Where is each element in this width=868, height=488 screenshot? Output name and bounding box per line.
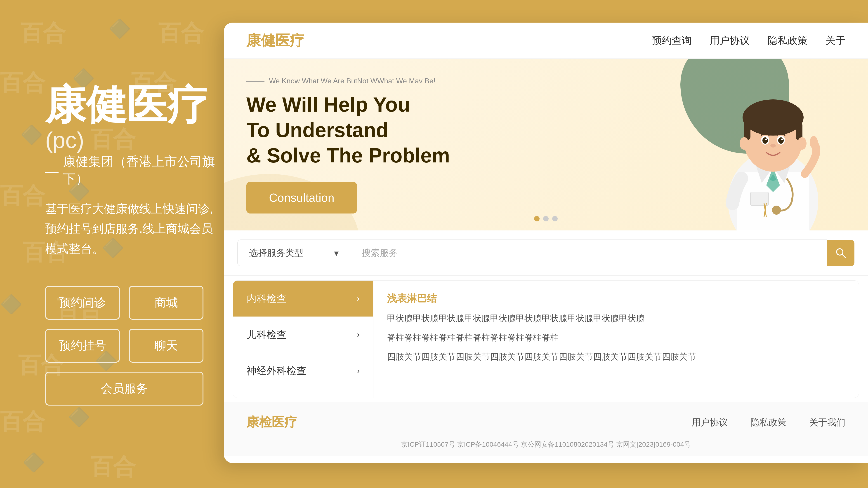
search-button[interactable] — [827, 240, 855, 266]
brand-title: 康健医疗(pc) — [45, 83, 237, 153]
nav-link-appointment[interactable]: 预约查询 — [652, 34, 692, 47]
service-detail-item-1: 甲状腺甲状腺甲状腺甲状腺甲状腺甲状腺甲状腺甲状腺甲状腺甲状腺 — [387, 312, 845, 325]
consultation-button[interactable]: Consultation — [246, 182, 357, 214]
hero-title-line3: & Solve The Problem — [246, 143, 450, 168]
search-section: 选择服务类型 ▾ 搜索服务 — [224, 230, 868, 276]
service-type-placeholder: 选择服务类型 — [249, 247, 303, 259]
appointment-button[interactable]: 预约问诊 — [45, 286, 120, 320]
divider-line — [45, 172, 59, 173]
svg-point-20 — [798, 137, 807, 150]
service-category-neike[interactable]: 内科检查 › — [233, 281, 373, 317]
chat-button[interactable]: 聊天 — [129, 329, 204, 363]
nav-link-privacy[interactable]: 隐私政策 — [768, 34, 807, 47]
category-arrow-icon-3: › — [357, 366, 360, 376]
service-category-shenjing[interactable]: 神经外科检查 › — [233, 353, 373, 389]
svg-point-9 — [743, 99, 804, 135]
hero-tagline: We Know What We Are ButNot WWhat We Mav … — [269, 77, 435, 85]
service-detail-title: 浅表淋巴结 — [387, 292, 845, 305]
left-panel: 康健医疗(pc) 康健集团（香港上市公司旗下） 基于医疗大健康做线上快速问诊,预… — [0, 0, 237, 488]
nav-links: 预约查询 用户协议 隐私政策 关于 — [652, 34, 845, 47]
mall-button[interactable]: 商城 — [129, 286, 204, 320]
hero-title: We Will Help You To Understand & Solve T… — [246, 92, 450, 168]
nav-link-about[interactable]: 关于 — [826, 34, 845, 47]
svg-point-16 — [765, 138, 767, 140]
navigation-bar: 康健医疗 预约查询 用户协议 隐私政策 关于 — [224, 23, 868, 59]
tagline-dash — [246, 80, 265, 82]
svg-point-15 — [778, 137, 784, 144]
footer: 康检医疗 用户协议 隐私政策 关于我们 京ICP证110507号 京ICP备10… — [224, 402, 868, 456]
pagination-dot-1[interactable] — [534, 216, 539, 221]
company-name: 康健集团（香港上市公司旗下） — [45, 153, 237, 188]
category-arrow-icon: › — [357, 294, 360, 303]
hero-content: We Know What We Are ButNot WWhat We Mav … — [246, 77, 450, 214]
footer-link-about[interactable]: 关于我们 — [809, 416, 845, 429]
svg-line-26 — [842, 254, 846, 258]
member-button[interactable]: 会员服务 — [45, 372, 204, 405]
hero-title-line1: We Will Help You — [246, 92, 450, 118]
doctor-illustration — [705, 77, 845, 230]
footer-icp: 京ICP证110507号 京ICP备10046444号 京公网安备1101080… — [246, 440, 845, 449]
brand-suffix: (pc) — [45, 127, 84, 153]
category-arrow-icon-2: › — [357, 330, 360, 339]
pagination-dots — [530, 212, 562, 226]
brand-name-cn: 康健医疗 — [45, 82, 208, 127]
register-button[interactable]: 预约挂号 — [45, 329, 120, 363]
nav-logo: 康健医疗 — [246, 31, 304, 51]
svg-point-13 — [763, 137, 768, 144]
service-detail-item-2: 脊柱脊柱脊柱脊柱脊柱脊柱脊柱脊柱脊柱脊柱 — [387, 331, 845, 344]
service-detail-item-3: 四肢关节四肢关节四肢关节四肢关节四肢关节四肢关节四肢关节四肢关节四肢关节 — [387, 350, 845, 363]
svg-point-7 — [772, 205, 781, 215]
search-placeholder: 搜索服务 — [362, 248, 398, 258]
footer-link-terms[interactable]: 用户协议 — [692, 416, 728, 429]
service-type-select[interactable]: 选择服务类型 ▾ — [237, 239, 350, 266]
browser-window: 康健医疗 预约查询 用户协议 隐私政策 关于 — [224, 23, 868, 463]
service-detail: 浅表淋巴结 甲状腺甲状腺甲状腺甲状腺甲状腺甲状腺甲状腺甲状腺甲状腺甲状腺 脊柱脊… — [373, 281, 859, 398]
svg-point-18 — [770, 144, 776, 148]
footer-links: 用户协议 隐私政策 关于我们 — [692, 416, 845, 429]
svg-point-17 — [781, 138, 783, 140]
pagination-dot-3[interactable] — [552, 216, 558, 221]
service-section: 内科检查 › 儿科检查 › 神经外科检查 › 浅表淋巴结 甲状腺甲状腺甲状腺甲状… — [233, 281, 859, 398]
svg-point-21 — [810, 136, 818, 149]
tagline-line: We Know What We Are ButNot WWhat We Mav … — [246, 77, 450, 85]
action-buttons: 预约问诊 商城 预约挂号 聊天 会员服务 — [45, 286, 204, 405]
service-categories: 内科检查 › 儿科检查 › 神经外科检查 › — [233, 281, 373, 398]
pagination-dot-2[interactable] — [543, 216, 549, 221]
svg-point-19 — [740, 137, 749, 150]
hero-section: We Know What We Are ButNot WWhat We Mav … — [224, 59, 868, 230]
select-arrow-icon: ▾ — [334, 248, 339, 258]
nav-link-terms[interactable]: 用户协议 — [710, 34, 749, 47]
brand-description: 基于医疗大健康做线上快速问诊,预约挂号到店服务,线上商城会员模式整台。 — [45, 199, 215, 259]
search-input-display: 搜索服务 — [350, 239, 827, 266]
hero-title-line2: To Understand — [246, 118, 450, 143]
footer-link-privacy[interactable]: 隐私政策 — [750, 416, 786, 429]
service-category-erke[interactable]: 儿科检查 › — [233, 317, 373, 353]
footer-logo: 康检医疗 — [246, 414, 297, 431]
